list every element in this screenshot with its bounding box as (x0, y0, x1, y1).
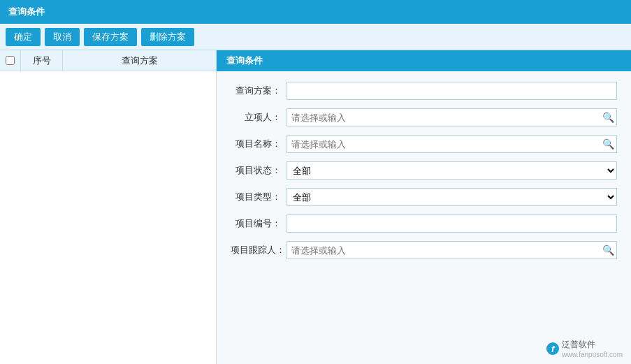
title-label: 查询条件 (8, 6, 45, 18)
project-number-label: 项目编号： (231, 217, 287, 230)
project-follower-row: 项目跟踪人： 🔍 (231, 240, 617, 260)
left-table-body (0, 71, 216, 364)
header-checkbox-cell[interactable] (0, 50, 21, 71)
creator-input[interactable] (287, 109, 600, 126)
project-number-row: 项目编号： (231, 214, 617, 233)
header-num-label: 序号 (21, 50, 63, 71)
confirm-button[interactable]: 确定 (6, 28, 41, 46)
logo-icon: f (546, 342, 559, 355)
project-type-label: 项目类型： (231, 191, 287, 203)
creator-row: 立项人： 🔍 (231, 108, 617, 127)
query-plan-input[interactable] (287, 82, 617, 100)
form-area: 查询方案： 立项人： 🔍 项目名称： 🔍 (217, 71, 631, 364)
logo-website: www.fanpusoft.com (562, 351, 623, 358)
delete-plan-button[interactable]: 删除方案 (141, 28, 194, 46)
creator-label: 立项人： (231, 111, 287, 124)
right-header-label: 查询条件 (226, 54, 263, 67)
left-panel: 序号 查询方案 (0, 50, 217, 364)
project-name-label: 项目名称： (231, 138, 287, 150)
right-panel: 查询条件 查询方案： 立项人： 🔍 项目名称： 🔍 (217, 50, 631, 364)
creator-search-icon[interactable]: 🔍 (600, 109, 616, 126)
creator-input-container: 🔍 (287, 108, 617, 126)
main-content: 序号 查询方案 查询条件 查询方案： 立项人： 🔍 (0, 50, 631, 364)
project-follower-input[interactable] (287, 242, 600, 259)
cancel-button[interactable]: 取消 (45, 28, 80, 46)
right-panel-header: 查询条件 (217, 50, 631, 71)
project-number-input[interactable] (287, 214, 617, 233)
title-bar: 查询条件 (0, 0, 631, 24)
toolbar: 确定 取消 保存方案 删除方案 (0, 24, 631, 50)
project-follower-input-container: 🔍 (287, 241, 617, 259)
query-plan-row: 查询方案： (231, 81, 617, 101)
project-status-label: 项目状态： (231, 164, 287, 177)
logo-icon-text: f (551, 344, 554, 354)
logo-area: f 泛普软件 www.fanpusoft.com (546, 339, 623, 358)
project-name-input[interactable] (287, 136, 600, 152)
save-plan-button[interactable]: 保存方案 (84, 28, 137, 46)
header-plan-label: 查询方案 (63, 50, 216, 71)
project-status-row: 项目状态： 全部 进行中 已完成 已关闭 (231, 161, 617, 180)
project-status-select[interactable]: 全部 进行中 已完成 已关闭 (287, 161, 617, 180)
logo-text-container: 泛普软件 www.fanpusoft.com (562, 339, 623, 358)
logo-name: 泛普软件 (562, 340, 595, 349)
project-type-select[interactable]: 全部 类型一 类型二 (287, 188, 617, 206)
project-follower-label: 项目跟踪人： (231, 244, 287, 256)
project-name-input-container: 🔍 (287, 135, 617, 153)
query-plan-label: 查询方案： (231, 85, 287, 97)
project-name-search-icon[interactable]: 🔍 (600, 136, 616, 152)
project-type-row: 项目类型： 全部 类型一 类型二 (231, 187, 617, 207)
project-follower-search-icon[interactable]: 🔍 (600, 242, 616, 259)
select-all-checkbox[interactable] (6, 56, 15, 65)
project-name-row: 项目名称： 🔍 (231, 134, 617, 154)
left-table-header: 序号 查询方案 (0, 50, 216, 71)
